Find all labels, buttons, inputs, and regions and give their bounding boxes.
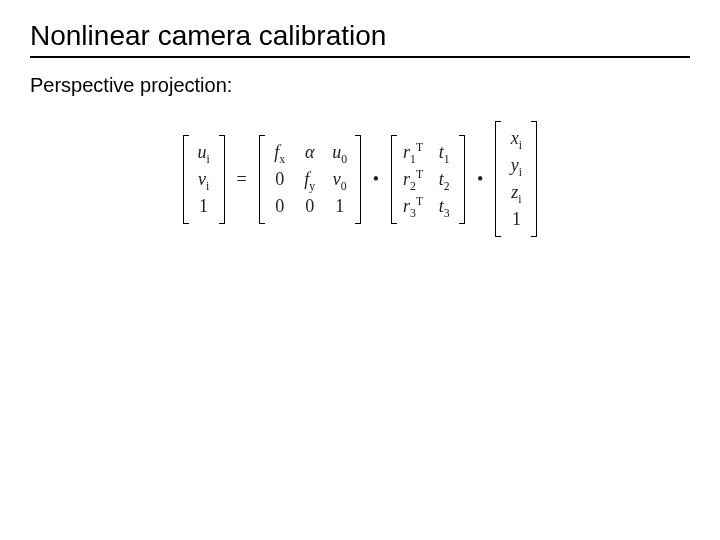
world-point-vector: xi yi zi 1: [495, 121, 537, 237]
title-divider: [30, 56, 690, 58]
rt-r3: r3T: [403, 193, 423, 220]
uv-row1: ui: [195, 139, 213, 166]
xyz-row4: 1: [507, 206, 525, 233]
slide-subheading: Perspective projection:: [30, 74, 690, 97]
slide-title: Nonlinear camera calibration: [30, 20, 690, 52]
k-c1-r2: 0: [271, 166, 289, 193]
projection-equation: ui vi 1 = fx 0 0 α fy 0: [183, 121, 538, 237]
rt-t3: t3: [435, 193, 453, 220]
bracket-right-icon: [531, 121, 537, 237]
bracket-right-icon: [459, 135, 465, 224]
k-c2-r1: α: [301, 139, 319, 166]
k-c3-r3: 1: [331, 193, 349, 220]
dot-operator: •: [371, 169, 381, 190]
k-c2-r2: fy: [301, 166, 319, 193]
k-c3-r2: v0: [331, 166, 349, 193]
bracket-left-icon: [183, 135, 189, 224]
xyz-row3: zi: [507, 179, 525, 206]
rt-r1: r1T: [403, 139, 423, 166]
xyz-row1: xi: [507, 125, 525, 152]
bracket-left-icon: [259, 135, 265, 224]
k-c1-r1: fx: [271, 139, 289, 166]
k-c3-r1: u0: [331, 139, 349, 166]
equals-sign: =: [235, 169, 249, 190]
equation-container: ui vi 1 = fx 0 0 α fy 0: [30, 121, 690, 237]
uv-row3: 1: [195, 193, 213, 220]
bracket-left-icon: [495, 121, 501, 237]
intrinsic-matrix: fx 0 0 α fy 0 u0 v0 1: [259, 135, 361, 224]
rt-r2: r2T: [403, 166, 423, 193]
image-coord-vector: ui vi 1: [183, 135, 225, 224]
k-c2-r3: 0: [301, 193, 319, 220]
slide: Nonlinear camera calibration Perspective…: [0, 0, 720, 540]
extrinsic-matrix: r1T r2T r3T t1 t2 t3: [391, 135, 465, 224]
rt-t1: t1: [435, 139, 453, 166]
uv-row2: vi: [195, 166, 213, 193]
bracket-left-icon: [391, 135, 397, 224]
xyz-row2: yi: [507, 152, 525, 179]
dot-operator: •: [475, 169, 485, 190]
bracket-right-icon: [355, 135, 361, 224]
rt-t2: t2: [435, 166, 453, 193]
bracket-right-icon: [219, 135, 225, 224]
k-c1-r3: 0: [271, 193, 289, 220]
